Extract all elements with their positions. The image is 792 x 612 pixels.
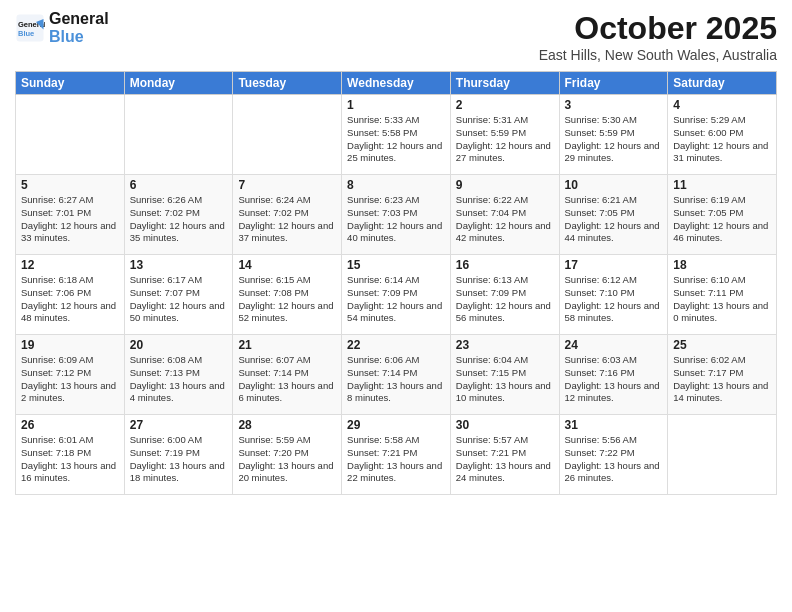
logo-text-general: General — [49, 10, 109, 28]
cell-w0-d5: 3Sunrise: 5:30 AM Sunset: 5:59 PM Daylig… — [559, 95, 668, 175]
day-detail-w3-d0: Sunrise: 6:09 AM Sunset: 7:12 PM Dayligh… — [21, 354, 119, 405]
day-detail-w1-d5: Sunrise: 6:21 AM Sunset: 7:05 PM Dayligh… — [565, 194, 663, 245]
day-detail-w1-d4: Sunrise: 6:22 AM Sunset: 7:04 PM Dayligh… — [456, 194, 554, 245]
cell-w0-d6: 4Sunrise: 5:29 AM Sunset: 6:00 PM Daylig… — [668, 95, 777, 175]
day-detail-w0-d4: Sunrise: 5:31 AM Sunset: 5:59 PM Dayligh… — [456, 114, 554, 165]
cell-w3-d4: 23Sunrise: 6:04 AM Sunset: 7:15 PM Dayli… — [450, 335, 559, 415]
cell-w2-d0: 12Sunrise: 6:18 AM Sunset: 7:06 PM Dayli… — [16, 255, 125, 335]
day-detail-w4-d3: Sunrise: 5:58 AM Sunset: 7:21 PM Dayligh… — [347, 434, 445, 485]
day-num-w4-d0: 26 — [21, 418, 119, 432]
cell-w4-d3: 29Sunrise: 5:58 AM Sunset: 7:21 PM Dayli… — [342, 415, 451, 495]
cell-w2-d4: 16Sunrise: 6:13 AM Sunset: 7:09 PM Dayli… — [450, 255, 559, 335]
col-thursday: Thursday — [450, 72, 559, 95]
calendar-header-row: Sunday Monday Tuesday Wednesday Thursday… — [16, 72, 777, 95]
cell-w2-d1: 13Sunrise: 6:17 AM Sunset: 7:07 PM Dayli… — [124, 255, 233, 335]
day-num-w0-d6: 4 — [673, 98, 771, 112]
day-num-w4-d3: 29 — [347, 418, 445, 432]
day-num-w3-d0: 19 — [21, 338, 119, 352]
day-num-w1-d3: 8 — [347, 178, 445, 192]
day-num-w3-d1: 20 — [130, 338, 228, 352]
day-detail-w0-d6: Sunrise: 5:29 AM Sunset: 6:00 PM Dayligh… — [673, 114, 771, 165]
cell-w2-d5: 17Sunrise: 6:12 AM Sunset: 7:10 PM Dayli… — [559, 255, 668, 335]
day-detail-w4-d2: Sunrise: 5:59 AM Sunset: 7:20 PM Dayligh… — [238, 434, 336, 485]
cell-w1-d5: 10Sunrise: 6:21 AM Sunset: 7:05 PM Dayli… — [559, 175, 668, 255]
day-detail-w1-d1: Sunrise: 6:26 AM Sunset: 7:02 PM Dayligh… — [130, 194, 228, 245]
day-num-w0-d4: 2 — [456, 98, 554, 112]
cell-w1-d1: 6Sunrise: 6:26 AM Sunset: 7:02 PM Daylig… — [124, 175, 233, 255]
day-detail-w4-d1: Sunrise: 6:00 AM Sunset: 7:19 PM Dayligh… — [130, 434, 228, 485]
day-num-w3-d2: 21 — [238, 338, 336, 352]
cell-w1-d6: 11Sunrise: 6:19 AM Sunset: 7:05 PM Dayli… — [668, 175, 777, 255]
day-num-w4-d5: 31 — [565, 418, 663, 432]
week-row-2: 12Sunrise: 6:18 AM Sunset: 7:06 PM Dayli… — [16, 255, 777, 335]
col-saturday: Saturday — [668, 72, 777, 95]
day-num-w4-d1: 27 — [130, 418, 228, 432]
day-detail-w3-d5: Sunrise: 6:03 AM Sunset: 7:16 PM Dayligh… — [565, 354, 663, 405]
day-detail-w2-d1: Sunrise: 6:17 AM Sunset: 7:07 PM Dayligh… — [130, 274, 228, 325]
day-detail-w4-d5: Sunrise: 5:56 AM Sunset: 7:22 PM Dayligh… — [565, 434, 663, 485]
day-detail-w0-d5: Sunrise: 5:30 AM Sunset: 5:59 PM Dayligh… — [565, 114, 663, 165]
day-num-w2-d2: 14 — [238, 258, 336, 272]
day-num-w1-d5: 10 — [565, 178, 663, 192]
day-num-w1-d1: 6 — [130, 178, 228, 192]
cell-w3-d2: 21Sunrise: 6:07 AM Sunset: 7:14 PM Dayli… — [233, 335, 342, 415]
cell-w1-d4: 9Sunrise: 6:22 AM Sunset: 7:04 PM Daylig… — [450, 175, 559, 255]
day-num-w4-d4: 30 — [456, 418, 554, 432]
col-friday: Friday — [559, 72, 668, 95]
day-detail-w4-d0: Sunrise: 6:01 AM Sunset: 7:18 PM Dayligh… — [21, 434, 119, 485]
day-num-w2-d3: 15 — [347, 258, 445, 272]
week-row-4: 26Sunrise: 6:01 AM Sunset: 7:18 PM Dayli… — [16, 415, 777, 495]
day-num-w3-d4: 23 — [456, 338, 554, 352]
subtitle: East Hills, New South Wales, Australia — [539, 47, 777, 63]
calendar-table: Sunday Monday Tuesday Wednesday Thursday… — [15, 71, 777, 495]
day-detail-w3-d3: Sunrise: 6:06 AM Sunset: 7:14 PM Dayligh… — [347, 354, 445, 405]
cell-w4-d2: 28Sunrise: 5:59 AM Sunset: 7:20 PM Dayli… — [233, 415, 342, 495]
day-num-w2-d6: 18 — [673, 258, 771, 272]
day-detail-w1-d2: Sunrise: 6:24 AM Sunset: 7:02 PM Dayligh… — [238, 194, 336, 245]
day-detail-w4-d4: Sunrise: 5:57 AM Sunset: 7:21 PM Dayligh… — [456, 434, 554, 485]
cell-w4-d6 — [668, 415, 777, 495]
cell-w1-d3: 8Sunrise: 6:23 AM Sunset: 7:03 PM Daylig… — [342, 175, 451, 255]
day-num-w0-d3: 1 — [347, 98, 445, 112]
col-wednesday: Wednesday — [342, 72, 451, 95]
day-detail-w2-d4: Sunrise: 6:13 AM Sunset: 7:09 PM Dayligh… — [456, 274, 554, 325]
logo: General Blue General Blue — [15, 10, 109, 45]
cell-w1-d0: 5Sunrise: 6:27 AM Sunset: 7:01 PM Daylig… — [16, 175, 125, 255]
logo-text-blue: Blue — [49, 28, 109, 46]
cell-w4-d1: 27Sunrise: 6:00 AM Sunset: 7:19 PM Dayli… — [124, 415, 233, 495]
day-detail-w0-d3: Sunrise: 5:33 AM Sunset: 5:58 PM Dayligh… — [347, 114, 445, 165]
cell-w0-d2 — [233, 95, 342, 175]
title-block: October 2025 East Hills, New South Wales… — [539, 10, 777, 63]
cell-w0-d3: 1Sunrise: 5:33 AM Sunset: 5:58 PM Daylig… — [342, 95, 451, 175]
cell-w2-d6: 18Sunrise: 6:10 AM Sunset: 7:11 PM Dayli… — [668, 255, 777, 335]
cell-w4-d0: 26Sunrise: 6:01 AM Sunset: 7:18 PM Dayli… — [16, 415, 125, 495]
svg-text:Blue: Blue — [18, 28, 34, 37]
day-num-w1-d0: 5 — [21, 178, 119, 192]
day-detail-w3-d1: Sunrise: 6:08 AM Sunset: 7:13 PM Dayligh… — [130, 354, 228, 405]
cell-w2-d2: 14Sunrise: 6:15 AM Sunset: 7:08 PM Dayli… — [233, 255, 342, 335]
day-num-w3-d3: 22 — [347, 338, 445, 352]
day-num-w2-d5: 17 — [565, 258, 663, 272]
week-row-3: 19Sunrise: 6:09 AM Sunset: 7:12 PM Dayli… — [16, 335, 777, 415]
day-detail-w2-d0: Sunrise: 6:18 AM Sunset: 7:06 PM Dayligh… — [21, 274, 119, 325]
day-detail-w2-d2: Sunrise: 6:15 AM Sunset: 7:08 PM Dayligh… — [238, 274, 336, 325]
day-num-w2-d4: 16 — [456, 258, 554, 272]
cell-w1-d2: 7Sunrise: 6:24 AM Sunset: 7:02 PM Daylig… — [233, 175, 342, 255]
col-sunday: Sunday — [16, 72, 125, 95]
day-detail-w2-d3: Sunrise: 6:14 AM Sunset: 7:09 PM Dayligh… — [347, 274, 445, 325]
day-num-w1-d6: 11 — [673, 178, 771, 192]
day-num-w0-d5: 3 — [565, 98, 663, 112]
day-detail-w2-d5: Sunrise: 6:12 AM Sunset: 7:10 PM Dayligh… — [565, 274, 663, 325]
cell-w0-d1 — [124, 95, 233, 175]
cell-w0-d4: 2Sunrise: 5:31 AM Sunset: 5:59 PM Daylig… — [450, 95, 559, 175]
day-detail-w3-d2: Sunrise: 6:07 AM Sunset: 7:14 PM Dayligh… — [238, 354, 336, 405]
header: General Blue General Blue October 2025 E… — [15, 10, 777, 63]
day-detail-w2-d6: Sunrise: 6:10 AM Sunset: 7:11 PM Dayligh… — [673, 274, 771, 325]
cell-w3-d5: 24Sunrise: 6:03 AM Sunset: 7:16 PM Dayli… — [559, 335, 668, 415]
page: General Blue General Blue October 2025 E… — [0, 0, 792, 612]
col-tuesday: Tuesday — [233, 72, 342, 95]
day-num-w1-d2: 7 — [238, 178, 336, 192]
col-monday: Monday — [124, 72, 233, 95]
day-num-w3-d5: 24 — [565, 338, 663, 352]
day-num-w1-d4: 9 — [456, 178, 554, 192]
